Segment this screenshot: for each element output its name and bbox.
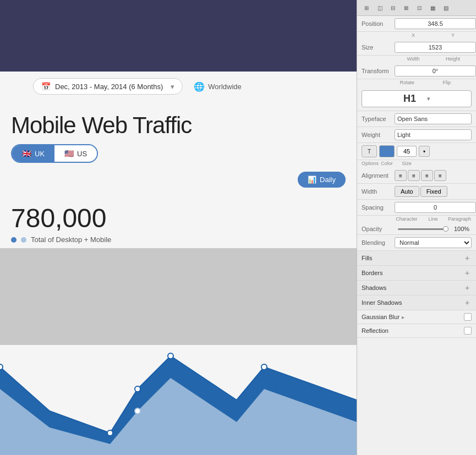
- height-sub-label: Height: [434, 56, 472, 62]
- fixed-width-btn[interactable]: Fixed: [420, 186, 447, 197]
- shadows-label: Shadows: [362, 284, 386, 291]
- data-point-1: [0, 364, 3, 370]
- transform-fields: ↔ ↕: [395, 65, 476, 76]
- uk-label: UK: [35, 150, 45, 158]
- fills-add-btn[interactable]: +: [463, 254, 472, 262]
- para-sub-label: Paragraph: [447, 216, 472, 222]
- data-point-5: [261, 364, 267, 370]
- inner-shadows-add-btn[interactable]: +: [463, 298, 472, 307]
- size-width-input[interactable]: [395, 42, 476, 53]
- gaussian-blur-label-group: Gaussian Blur ▸: [362, 314, 404, 320]
- us-label: US: [77, 150, 87, 158]
- shadows-section-header[interactable]: Shadows +: [357, 281, 476, 295]
- position-sub-labels: X Y: [357, 32, 476, 40]
- spacing-sub-labels: Character Line Paragraph: [357, 216, 476, 223]
- uk-toggle-btn[interactable]: 🇬🇧 UK: [12, 145, 54, 162]
- transform-sub-labels: Rotate Flip: [357, 79, 476, 87]
- align-left-tool-btn[interactable]: ◫: [374, 2, 386, 13]
- size-label: Size: [362, 44, 395, 51]
- top-bar: [0, 0, 357, 72]
- rotate-input[interactable]: [395, 65, 476, 76]
- gaussian-blur-row: Gaussian Blur ▸: [357, 310, 476, 324]
- mobile-dot: [21, 237, 26, 243]
- data-point-4: [168, 353, 173, 359]
- us-toggle-btn[interactable]: 🇺🇸 US: [54, 145, 97, 162]
- worldwide-filter[interactable]: 🌐 Worldwide: [194, 81, 241, 92]
- borders-section-header[interactable]: Borders +: [357, 266, 476, 281]
- reflection-checkbox[interactable]: [464, 327, 472, 335]
- text-style-btn[interactable]: T: [362, 145, 377, 157]
- spacing-row: Spacing: [357, 200, 476, 216]
- daily-label: Daily: [320, 176, 336, 184]
- alignment-label: Alignment: [362, 172, 395, 179]
- weight-select[interactable]: Light: [395, 129, 472, 140]
- align-center-btn[interactable]: ≡: [408, 170, 420, 181]
- transform-row: Transform ↔ ↕: [357, 63, 476, 79]
- rotate-sub-label: Rotate: [395, 80, 419, 85]
- number-sub-label: Total of Desktop + Mobile: [31, 235, 111, 244]
- width-row: Width Auto Fixed: [357, 184, 476, 200]
- typeface-select[interactable]: Open Sans: [395, 113, 472, 124]
- number-label: Total of Desktop + Mobile: [11, 235, 346, 244]
- distribute-h-tool-btn[interactable]: ⊟: [387, 2, 399, 13]
- stats-row: 📊 Daily: [0, 172, 357, 192]
- page-title: Mobile Web Traffic: [11, 112, 346, 139]
- align-bottom-tool-btn[interactable]: ▦: [426, 2, 439, 13]
- align-right-btn[interactable]: ≡: [421, 170, 433, 181]
- title-area: Mobile Web Traffic: [0, 101, 357, 144]
- inspector-toolbar: ⊞ ◫ ⊟ ⊠ ⊡ ▦ ▧: [357, 0, 476, 16]
- align-center-h-tool-btn[interactable]: ⊠: [400, 2, 412, 13]
- daily-button[interactable]: 📊 Daily: [298, 172, 346, 188]
- align-justify-btn[interactable]: ≡: [434, 170, 446, 181]
- line-sub-label: Line: [421, 216, 445, 222]
- canvas-panel: 📅 Dec, 2013 - May, 2014 (6 Months) ▾ 🌐 W…: [0, 0, 357, 455]
- chart-area: [0, 345, 357, 455]
- color-swatch[interactable]: [379, 145, 395, 157]
- fills-section-header[interactable]: Fills +: [357, 251, 476, 266]
- align-left-btn[interactable]: ≡: [395, 170, 407, 181]
- inner-shadows-label: Inner Shadows: [362, 299, 402, 306]
- align-right-tool-btn[interactable]: ▧: [440, 2, 452, 13]
- blending-row: Blending Normal: [357, 235, 476, 251]
- position-fields: [395, 18, 476, 29]
- date-picker[interactable]: 📅 Dec, 2013 - May, 2014 (6 Months) ▾: [33, 78, 183, 95]
- position-x-input[interactable]: [395, 18, 476, 29]
- x-sub-label: X: [395, 32, 432, 38]
- size-sub-labels: Width Height: [357, 56, 476, 63]
- size-fields: [395, 42, 476, 53]
- blending-select[interactable]: Normal: [395, 237, 472, 248]
- data-point-3: [135, 386, 140, 392]
- borders-add-btn[interactable]: +: [463, 268, 472, 277]
- align-top-tool-btn[interactable]: ⊡: [413, 2, 425, 13]
- blending-label: Blending: [362, 239, 395, 246]
- reflection-label: Reflection: [362, 327, 389, 334]
- number-area: 780,000 Total of Desktop + Mobile: [0, 192, 357, 248]
- inner-shadows-section-header[interactable]: Inner Shadows +: [357, 295, 476, 310]
- shadows-add-btn[interactable]: +: [463, 283, 472, 292]
- big-number: 780,000: [11, 203, 346, 233]
- size-sub-label: Size: [397, 161, 417, 166]
- color-sub-label: Color: [379, 161, 395, 166]
- opacity-slider[interactable]: [398, 228, 448, 230]
- grid-tool-btn[interactable]: ⊞: [360, 2, 373, 13]
- reflection-row: Reflection: [357, 324, 476, 338]
- date-filter-label: Dec, 2013 - May, 2014 (6 Months): [55, 83, 163, 91]
- spacing-label: Spacing: [362, 204, 395, 211]
- width-sub-label: Width: [395, 56, 432, 62]
- position-label: Position: [362, 20, 395, 27]
- heading-selector[interactable]: H1 ▾: [362, 90, 472, 107]
- char-sub-label: Character: [395, 216, 419, 222]
- opacity-row: Opacity 100%: [357, 223, 476, 235]
- font-size-input[interactable]: [397, 146, 417, 157]
- weight-row: Weight Light: [357, 127, 476, 143]
- char-spacing-input[interactable]: [395, 202, 476, 213]
- position-row: Position: [357, 16, 476, 32]
- inspector-panel: ⊞ ◫ ⊟ ⊠ ⊡ ▦ ▧ Position X Y Size Width He…: [357, 0, 476, 455]
- font-size-chevron-btn[interactable]: ▾: [419, 146, 430, 157]
- y-sub-label: Y: [434, 32, 472, 38]
- width-label: Width: [362, 188, 395, 195]
- date-chevron-icon: ▾: [171, 83, 174, 91]
- desktop-dot: [11, 237, 17, 243]
- gaussian-blur-checkbox[interactable]: [464, 313, 472, 321]
- auto-width-btn[interactable]: Auto: [395, 186, 419, 197]
